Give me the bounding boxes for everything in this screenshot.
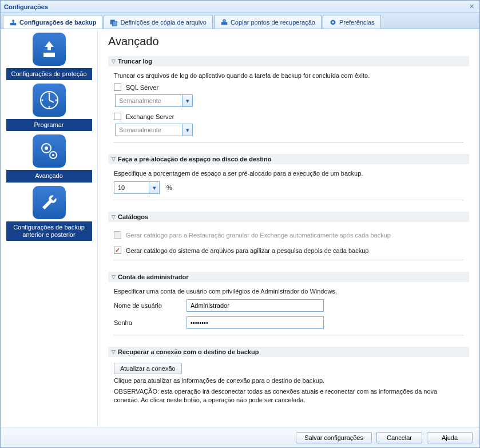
prealloc-select[interactable]: ▾ — [114, 181, 160, 194]
svg-rect-2 — [113, 21, 117, 26]
prealloc-value[interactable] — [114, 182, 149, 193]
exchange-server-label: Exchange Server — [126, 113, 174, 120]
sidebar-item-prepost[interactable]: Configurações de backup anterior e poste… — [4, 186, 94, 241]
sql-frequency-value[interactable] — [116, 95, 182, 106]
svg-point-11 — [48, 93, 50, 94]
svg-point-4 — [223, 19, 225, 22]
username-label: Nome de usuário — [114, 302, 180, 309]
exchange-frequency-select[interactable]: ▾ — [115, 124, 193, 136]
sidebar-item-label: Programar — [6, 119, 92, 131]
chevron-down-icon[interactable]: ▾ — [182, 124, 192, 136]
password-input[interactable] — [187, 316, 324, 329]
disk-arrow-icon — [9, 18, 17, 26]
sidebar-item-advanced[interactable]: Avançado — [4, 134, 94, 182]
divider — [114, 142, 463, 142]
chevron-down-icon: ▽ — [112, 58, 116, 64]
help-button[interactable]: Ajuda — [427, 432, 473, 443]
sidebar: Configurações de proteção Programar Avan… — [1, 29, 98, 427]
gear-icon — [329, 18, 337, 26]
divider — [114, 200, 463, 200]
section-catalogs: ▽Catálogos Gerar catálogo para a Restaur… — [108, 212, 469, 261]
svg-rect-0 — [10, 22, 17, 25]
svg-point-6 — [332, 21, 334, 23]
content-area[interactable]: Avançado ▽Truncar log Truncar os arquivo… — [98, 29, 479, 427]
tab-label: Definições de cópia de arquivo — [120, 19, 206, 26]
cancel-button[interactable]: Cancelar — [376, 432, 422, 443]
tab-label: Configurações de backup — [19, 19, 96, 26]
tab-backup-settings[interactable]: Configurações de backup — [3, 15, 102, 29]
sidebar-item-label: Avançado — [6, 170, 92, 182]
tabstrip: Configurações de backup Definições de có… — [1, 13, 479, 29]
svg-point-18 — [52, 154, 54, 156]
window-title: Configurações — [4, 3, 48, 10]
divider — [114, 335, 463, 335]
wrench-icon — [33, 186, 66, 219]
download-disk-icon — [33, 33, 66, 66]
catalog-filesystem-label: Gerar catálogo do sistema de arquivos pa… — [126, 247, 368, 254]
sql-frequency-select[interactable]: ▾ — [115, 94, 193, 107]
disk-copy-icon — [110, 18, 118, 26]
chevron-down-icon: ▽ — [112, 274, 116, 280]
footer: Salvar configurações Cancelar Ajuda — [1, 427, 479, 447]
update-connection-button[interactable]: Atualizar a conexão — [114, 363, 182, 374]
tab-recovery-points[interactable]: Copiar pontos de recuperação — [214, 15, 322, 29]
truncate-desc: Truncar os arquivos de log do aplicativo… — [114, 72, 463, 79]
disk-point-icon — [220, 18, 228, 26]
svg-point-13 — [48, 106, 50, 108]
section-heading[interactable]: ▽Recuperar a conexão com o destino de ba… — [108, 347, 469, 357]
section-admin-account: ▽Conta de administrador Especificar uma … — [108, 272, 469, 336]
password-label: Senha — [114, 319, 180, 326]
svg-point-14 — [41, 100, 43, 101]
svg-rect-3 — [221, 22, 228, 25]
svg-rect-7 — [43, 53, 55, 57]
divider — [114, 260, 463, 260]
sql-server-label: SQL Server — [126, 84, 158, 91]
page-title: Avançado — [108, 35, 469, 48]
tab-preferences[interactable]: Preferências — [323, 15, 381, 29]
chevron-down-icon[interactable]: ▾ — [182, 95, 192, 106]
section-heading[interactable]: ▽Faça a pré-alocação de espaço no disco … — [108, 154, 469, 164]
exchange-frequency-value[interactable] — [116, 124, 182, 136]
gears-icon — [33, 134, 66, 168]
svg-point-12 — [55, 100, 57, 101]
section-title: Truncar log — [118, 58, 152, 65]
close-icon[interactable]: ✕ — [467, 2, 476, 11]
clock-icon — [33, 84, 66, 117]
sidebar-item-label: Configurações de proteção — [6, 68, 92, 80]
exchange-server-checkbox[interactable] — [114, 113, 121, 120]
catalog-exchange-label: Gerar catálogo para a Restauração granul… — [126, 232, 391, 239]
section-heading[interactable]: ▽Conta de administrador — [108, 272, 469, 282]
section-recover-connection: ▽Recuperar a conexão com o destino de ba… — [108, 347, 469, 406]
titlebar: Configurações ✕ — [1, 1, 479, 13]
section-title: Faça a pré-alocação de espaço no disco d… — [118, 156, 271, 162]
tab-file-copy[interactable]: Definições de cópia de arquivo — [104, 15, 212, 29]
chevron-down-icon: ▽ — [112, 156, 116, 162]
tab-label: Copiar pontos de recuperação — [231, 19, 315, 26]
svg-point-16 — [45, 146, 48, 150]
prealloc-desc: Especifique a porcentagem de espaço a se… — [114, 170, 463, 177]
save-button[interactable]: Salvar configurações — [296, 432, 372, 443]
admin-desc: Especificar uma conta de usuário com pri… — [114, 288, 463, 295]
prealloc-unit: % — [166, 184, 172, 191]
sidebar-item-schedule[interactable]: Programar — [4, 84, 94, 131]
section-title: Conta de administrador — [118, 273, 188, 280]
chevron-down-icon[interactable]: ▾ — [149, 182, 159, 193]
recover-note2: OBSERVAÇÃO: esta operação irá desconecta… — [114, 387, 463, 405]
section-truncate-log: ▽Truncar log Truncar os arquivos de log … — [108, 56, 469, 144]
chevron-down-icon: ▽ — [112, 349, 116, 355]
recover-note1: Clique para atualizar as informações de … — [114, 376, 463, 385]
section-preallocate: ▽Faça a pré-alocação de espaço no disco … — [108, 154, 469, 201]
catalog-filesystem-checkbox[interactable] — [114, 247, 121, 254]
sql-server-checkbox[interactable] — [114, 84, 121, 91]
section-heading[interactable]: ▽Catálogos — [108, 212, 469, 222]
catalog-exchange-checkbox — [114, 231, 121, 239]
chevron-down-icon: ▽ — [112, 214, 116, 220]
svg-line-10 — [49, 100, 54, 102]
username-input[interactable] — [187, 299, 324, 312]
section-heading[interactable]: ▽Truncar log — [108, 56, 469, 66]
section-title: Catálogos — [118, 213, 148, 220]
sidebar-item-label: Configurações de backup anterior e poste… — [6, 221, 92, 241]
tab-label: Preferências — [339, 19, 375, 26]
section-title: Recuperar a conexão com o destino de bac… — [118, 348, 259, 355]
sidebar-item-protection[interactable]: Configurações de proteção — [4, 33, 94, 80]
